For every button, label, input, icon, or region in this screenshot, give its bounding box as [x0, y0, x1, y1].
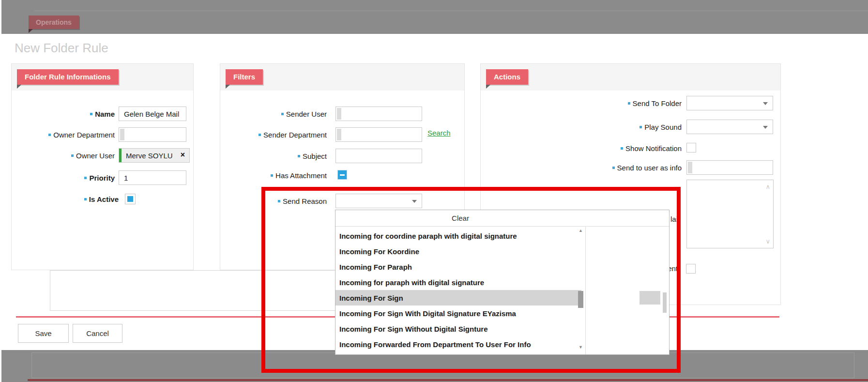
dimmed-panel-border	[34, 11, 868, 11]
chevron-down-icon	[763, 126, 768, 129]
play-sound-label: Play Sound	[557, 120, 682, 134]
dropdown-item[interactable]: Incoming for coordine paraph with digita…	[335, 228, 581, 244]
required-bullet-icon	[628, 102, 630, 105]
dropdown-clear-row[interactable]: Clear	[335, 210, 669, 227]
owner-user-label: Owner User	[15, 148, 115, 163]
dropdown-clear-label[interactable]: Clear	[335, 210, 585, 226]
save-button[interactable]: Save	[18, 324, 69, 343]
sender-department-label: Sender Department	[223, 127, 327, 142]
scroll-up-icon[interactable]: ▲	[579, 228, 583, 233]
send-reason-label: Send Reason	[223, 194, 327, 208]
chevron-down-icon	[763, 102, 768, 105]
dropdown-item[interactable]: Incoming For Paraph	[335, 259, 581, 275]
name-label: Name	[15, 107, 115, 121]
dimmed-panel-outline	[31, 352, 854, 378]
dropdown-item[interactable]: Incoming for paraph with digital signatu…	[335, 275, 581, 290]
subject-input[interactable]	[335, 149, 422, 163]
sender-department-input[interactable]	[335, 127, 422, 142]
cancel-button[interactable]: Cancel	[73, 324, 122, 343]
required-bullet-icon	[84, 198, 87, 200]
tab-operations[interactable]: Operations	[29, 15, 79, 29]
show-notification-checkbox[interactable]	[686, 143, 696, 153]
scrollbar-thumb[interactable]	[578, 291, 583, 308]
input-left-strip	[337, 108, 341, 120]
panel-title-actions: Actions	[486, 69, 528, 85]
sender-user-label: Sender User	[223, 107, 327, 121]
owner-department-input[interactable]	[119, 127, 186, 142]
chevron-down-icon	[412, 200, 417, 203]
send-reason-dropdown-popup: Clear Incoming for coordine paraph with …	[335, 210, 670, 355]
input-left-strip	[120, 129, 124, 140]
dropdown-item[interactable]: Incoming For Sign	[335, 290, 581, 306]
page-title: New Folder Rule	[15, 41, 108, 56]
required-bullet-icon	[621, 147, 623, 150]
new-folder-rule-dialog: Operations New Folder Rule Folder Rule I…	[0, 0, 868, 382]
owner-department-label: Owner Department	[15, 127, 115, 142]
priority-label: Priority	[15, 170, 115, 185]
required-bullet-icon	[259, 134, 261, 136]
sender-department-search-link[interactable]: Search	[427, 129, 451, 137]
chevron-up-icon[interactable]: ∧	[765, 183, 770, 190]
obscured-row-checkbox[interactable]	[686, 264, 696, 274]
send-to-user-as-info-label: Send to user as info	[557, 160, 682, 175]
clear-selection-icon[interactable]: ×	[181, 151, 185, 159]
required-bullet-icon	[640, 126, 642, 128]
required-bullet-icon	[271, 174, 273, 177]
chevron-down-icon[interactable]: ∨	[765, 238, 770, 245]
popup-scrollbar-thumb[interactable]	[663, 292, 667, 313]
input-left-strip	[337, 129, 341, 140]
required-bullet-icon	[48, 134, 51, 136]
dimmed-accent-line	[28, 379, 868, 381]
required-bullet-icon	[84, 177, 87, 179]
has-attachment-checkbox[interactable]	[337, 170, 347, 180]
priority-input[interactable]: 1	[119, 170, 186, 185]
is-active-label: Is Active	[15, 194, 119, 204]
required-bullet-icon	[612, 167, 615, 169]
input-left-strip	[688, 162, 692, 173]
panel-title-folder-rule-informations: Folder Rule Informations	[17, 69, 119, 85]
dimmed-top-overlay	[1, 0, 868, 34]
send-to-folder-combobox[interactable]	[686, 96, 773, 110]
sender-user-input[interactable]	[335, 107, 422, 121]
popup-scroll-artifact	[640, 291, 660, 305]
dropdown-divider	[585, 226, 586, 354]
send-reason-combobox[interactable]	[335, 194, 422, 208]
subject-label: Subject	[223, 149, 327, 163]
show-notification-label: Show Notification	[557, 143, 682, 153]
selected-indicator-bar	[119, 149, 122, 162]
required-bullet-icon	[278, 200, 280, 202]
is-active-checkbox[interactable]	[125, 194, 136, 204]
dropdown-item[interactable]: Incoming For Koordine	[335, 244, 581, 259]
send-to-folder-label: Send To Folder	[557, 96, 682, 110]
required-bullet-icon	[90, 113, 92, 115]
send-to-user-as-info-input[interactable]	[686, 160, 773, 175]
required-bullet-icon	[71, 154, 74, 157]
panel-folder-rule-informations	[11, 63, 194, 270]
required-bullet-icon	[298, 155, 300, 157]
panel-title-filters: Filters	[226, 69, 263, 85]
play-sound-combobox[interactable]	[686, 120, 773, 134]
scroll-down-icon[interactable]: ▼	[579, 345, 583, 350]
has-attachment-label: Has Attachment	[223, 170, 327, 181]
required-bullet-icon	[281, 113, 284, 115]
dropdown-item[interactable]: Incoming Forwarded From Department To Us…	[335, 336, 581, 352]
name-input[interactable]: Gelen Belge Mail	[119, 107, 186, 121]
owner-user-selected-value[interactable]: Merve SOYLU ×	[119, 148, 190, 163]
dropdown-item[interactable]: Incoming For Sign With Digital Signature…	[335, 306, 581, 321]
actions-listbox[interactable]: ∧ ∨	[686, 180, 774, 248]
dropdown-item[interactable]: Incoming For Sign Without Digital Signtu…	[335, 321, 581, 336]
dropdown-list: Incoming for coordine paraph with digita…	[335, 228, 585, 352]
